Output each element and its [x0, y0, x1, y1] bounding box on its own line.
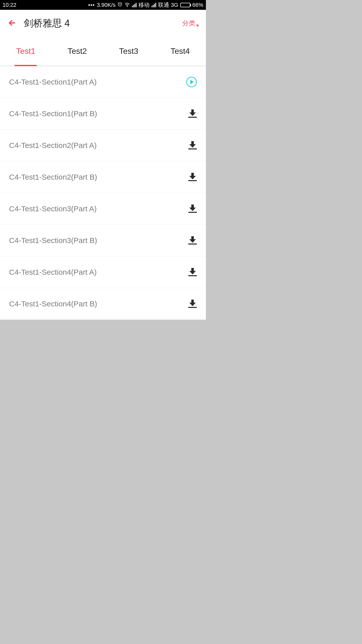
item-label: C4-Test1-Section2(Part A) — [9, 141, 97, 150]
tab-test2[interactable]: Test2 — [52, 37, 103, 66]
section-list: C4-Test1-Section1(Part A) C4-Test1-Secti… — [0, 66, 206, 320]
list-item[interactable]: C4-Test1-Section3(Part B) — [0, 225, 206, 256]
list-item[interactable]: C4-Test1-Section1(Part A) — [0, 66, 206, 98]
tab-test1[interactable]: Test1 — [0, 37, 52, 66]
list-item[interactable]: C4-Test1-Section4(Part A) — [0, 256, 206, 288]
list-item[interactable]: C4-Test1-Section1(Part B) — [0, 98, 206, 130]
download-icon — [188, 109, 197, 118]
download-icon — [188, 173, 197, 181]
status-right: ••• 3.90K/s 移动 联通 3G 66% — [88, 1, 203, 9]
item-label: C4-Test1-Section1(Part A) — [9, 78, 97, 86]
download-button[interactable] — [188, 268, 197, 276]
download-button[interactable] — [188, 205, 197, 213]
download-button[interactable] — [188, 141, 197, 149]
download-icon — [188, 205, 197, 213]
status-bar: 10:22 ••• 3.90K/s 移动 联通 3G 66% — [0, 0, 206, 10]
download-button[interactable] — [188, 236, 197, 245]
alarm-icon — [117, 2, 122, 8]
tab-label: Test3 — [119, 47, 138, 56]
signal-icon-1 — [132, 3, 137, 7]
download-button[interactable] — [188, 109, 197, 118]
wifi-icon — [124, 2, 130, 8]
download-button[interactable] — [188, 173, 197, 181]
back-button[interactable] — [8, 18, 17, 28]
tab-label: Test4 — [170, 47, 190, 56]
list-item[interactable]: C4-Test1-Section3(Part A) — [0, 193, 206, 225]
page-title: 剑桥雅思 4 — [24, 17, 70, 30]
item-label: C4-Test1-Section2(Part B) — [9, 173, 97, 181]
dropdown-triangle-icon — [196, 25, 198, 27]
status-time: 10:22 — [3, 2, 16, 8]
tabs: Test1 Test2 Test3 Test4 — [0, 37, 206, 66]
play-icon — [186, 77, 197, 87]
app-bar: 剑桥雅思 4 分类 — [0, 10, 206, 37]
tab-test4[interactable]: Test4 — [154, 37, 206, 66]
tab-label: Test1 — [16, 47, 35, 56]
list-item[interactable]: C4-Test1-Section2(Part A) — [0, 130, 206, 161]
item-label: C4-Test1-Section3(Part A) — [9, 205, 97, 213]
download-icon — [188, 300, 197, 308]
svg-point-1 — [127, 6, 128, 7]
status-carrier-1: 移动 — [139, 1, 150, 9]
signal-icon-2 — [152, 3, 156, 7]
download-icon — [188, 141, 197, 149]
status-carrier-2: 联通 3G — [158, 1, 178, 9]
item-label: C4-Test1-Section1(Part B) — [9, 109, 97, 118]
item-label: C4-Test1-Section4(Part A) — [9, 268, 97, 276]
list-item[interactable]: C4-Test1-Section2(Part B) — [0, 161, 206, 193]
download-button[interactable] — [188, 300, 197, 308]
status-speed: 3.90K/s — [97, 2, 116, 8]
item-label: C4-Test1-Section4(Part B) — [9, 300, 97, 308]
filter-label: 分类 — [182, 19, 195, 28]
battery-icon — [180, 3, 190, 7]
item-label: C4-Test1-Section3(Part B) — [9, 236, 97, 245]
more-icon: ••• — [88, 2, 95, 8]
download-icon — [188, 268, 197, 276]
tab-test3[interactable]: Test3 — [103, 37, 155, 66]
play-button[interactable] — [186, 77, 197, 87]
tab-label: Test2 — [68, 47, 87, 56]
download-icon — [188, 236, 197, 245]
list-item[interactable]: C4-Test1-Section4(Part B) — [0, 288, 206, 320]
status-battery: 66% — [192, 2, 203, 8]
filter-button[interactable]: 分类 — [182, 19, 198, 28]
